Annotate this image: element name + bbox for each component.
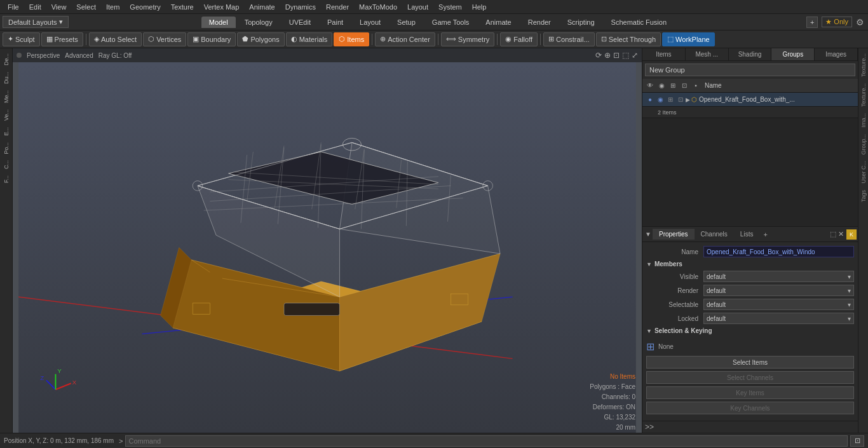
group-chevron-icon[interactable]: ▶ <box>686 97 690 103</box>
tab-uvedit[interactable]: UVEdit <box>281 17 318 28</box>
menu-vertex-map[interactable]: Vertex Map <box>199 2 245 12</box>
select-through-button[interactable]: ⊡ Select Through <box>596 32 661 46</box>
add-layout-btn[interactable]: + <box>806 17 818 28</box>
sidebar-item-me[interactable]: Me... <box>2 88 11 105</box>
auto-select-button[interactable]: ◈ Auto Select <box>89 32 142 46</box>
zoom-icon[interactable]: ⊕ <box>604 51 611 60</box>
group-item-row[interactable]: ● ◉ ⊞ ⊡ ▶ ⬡ Opened_Kraft_Food_Box_with_.… <box>642 93 858 107</box>
vertices-button[interactable]: ⬡ Vertices <box>143 32 186 46</box>
menu-system[interactable]: System <box>433 2 467 12</box>
menu-view[interactable]: View <box>46 2 72 12</box>
menu-item[interactable]: Item <box>101 2 125 12</box>
sidebar-item-c[interactable]: C... <box>2 158 11 172</box>
group-render-icon[interactable]: ◉ <box>655 95 665 105</box>
settings-col-icon[interactable]: ▪ <box>691 81 701 91</box>
render-select[interactable]: default ▾ <box>703 285 854 296</box>
expand-col-icon[interactable]: ⊡ <box>679 81 689 91</box>
menu-texture[interactable]: Texture <box>166 2 199 12</box>
menu-animate[interactable]: Animate <box>244 2 280 12</box>
panel-collapse-icon[interactable]: >> <box>645 423 654 431</box>
menu-select[interactable]: Select <box>71 2 101 12</box>
tab-images[interactable]: Images <box>815 48 858 60</box>
tab-game-tools[interactable]: Game Tools <box>424 17 477 28</box>
tab-shading[interactable]: Shading <box>729 48 772 60</box>
tab-paint[interactable]: Paint <box>320 17 351 28</box>
select-channels-btn[interactable]: Select Channels <box>646 371 854 384</box>
settings-icon[interactable]: ⚙ <box>856 17 864 27</box>
tab-items[interactable]: Items <box>642 48 686 60</box>
boundary-button[interactable]: ▣ Boundary <box>187 32 236 46</box>
props-tab-lists[interactable]: Lists <box>734 229 760 240</box>
edge-tab-tags[interactable]: Tags <box>860 187 867 205</box>
members-section-header[interactable]: ▼ Members <box>642 259 858 269</box>
menu-geometry[interactable]: Geometry <box>125 2 165 12</box>
menu-edit[interactable]: Edit <box>24 2 46 12</box>
sel-keying-header[interactable]: ▼ Selection & Keying <box>642 325 858 336</box>
tab-animate[interactable]: Animate <box>478 17 519 28</box>
props-toggle-icon[interactable]: ▼ <box>642 231 653 238</box>
group-eye-icon[interactable]: ● <box>645 95 655 105</box>
camera-icon[interactable]: ⬚ <box>622 51 629 60</box>
sidebar-item-de[interactable]: De... <box>2 51 11 68</box>
menu-dynamics[interactable]: Dynamics <box>280 2 321 12</box>
tab-groups[interactable]: Groups <box>771 48 815 60</box>
workplane-button[interactable]: ⬚ WorkPlane <box>662 32 715 46</box>
menu-help[interactable]: Help <box>467 2 492 12</box>
props-tab-channels[interactable]: Channels <box>695 229 734 240</box>
sidebar-item-po[interactable]: Po... <box>2 140 11 157</box>
tab-mesh[interactable]: Mesh ... <box>686 48 729 60</box>
eye-icon[interactable]: 👁 <box>645 81 655 91</box>
edge-tab-group[interactable]: Group... <box>860 132 867 158</box>
new-group-button[interactable]: New Group <box>645 64 855 76</box>
tab-layout[interactable]: Layout <box>352 17 388 28</box>
vp-toggle[interactable] <box>17 53 22 58</box>
constraints-button[interactable]: ⊞ Constrail... <box>543 32 595 46</box>
viewport-canvas[interactable]: X Z Y <box>13 62 642 433</box>
render-icon[interactable]: ◉ <box>656 81 667 91</box>
group-expand-icon[interactable]: ⊡ <box>675 95 686 105</box>
edge-tab-ima[interactable]: Ima... <box>860 111 867 130</box>
select-items-btn[interactable]: Select Items <box>646 356 854 369</box>
layout-dropdown[interactable]: Default Layouts ▾ <box>3 16 69 28</box>
tab-render[interactable]: Render <box>520 17 559 28</box>
menu-layout[interactable]: Layout <box>402 2 433 12</box>
action-center-button[interactable]: ⊕ Action Center <box>375 32 435 46</box>
name-input[interactable] <box>703 246 854 257</box>
rotate-icon[interactable]: ⟳ <box>595 51 602 60</box>
add-props-tab-btn[interactable]: + <box>759 229 771 240</box>
group-lock-icon[interactable]: ⊞ <box>665 95 675 105</box>
falloff-button[interactable]: ◉ Falloff <box>500 32 538 46</box>
tab-schematic-fusion[interactable]: Schematic Fusion <box>604 17 674 28</box>
sidebar-item-du[interactable]: Du... <box>2 69 11 86</box>
menu-file[interactable]: File <box>3 2 24 12</box>
expand-icon[interactable]: ⤢ <box>632 51 638 60</box>
cmd-submit-btn[interactable]: ⊡ <box>850 435 864 447</box>
selectable-select[interactable]: default ▾ <box>703 299 854 310</box>
presets-button[interactable]: ▦ Presets <box>41 32 83 46</box>
props-close-icon[interactable]: ✕ <box>838 230 844 238</box>
key-items-btn[interactable]: Key Items <box>646 386 854 399</box>
tab-scripting[interactable]: Scripting <box>560 17 602 28</box>
props-expand-icon[interactable]: ⬚ <box>830 230 836 238</box>
frame-icon[interactable]: ⊡ <box>613 51 620 60</box>
edge-tab-texture2[interactable]: Texture... <box>860 81 867 109</box>
props-tab-properties[interactable]: Properties <box>653 229 695 240</box>
sidebar-item-ve[interactable]: Ve... <box>2 107 11 123</box>
viewport[interactable]: Perspective Advanced Ray GL: Off ⟳ ⊕ ⊡ ⬚… <box>13 48 642 433</box>
tab-model[interactable]: Model <box>201 17 236 28</box>
menu-render[interactable]: Render <box>321 2 354 12</box>
edge-tab-texture1[interactable]: Texture... <box>860 51 867 79</box>
sidebar-item-e[interactable]: E... <box>2 125 11 139</box>
edge-tab-user-c[interactable]: User C... <box>860 158 867 186</box>
sidebar-item-f[interactable]: F... <box>2 173 11 186</box>
visible-select[interactable]: default ▾ <box>703 271 854 282</box>
tab-setup[interactable]: Setup <box>390 17 423 28</box>
items-button[interactable]: ⬡ Items <box>334 32 369 46</box>
tab-topology[interactable]: Topology <box>237 17 280 28</box>
symmetry-button[interactable]: ⟺ Symmetry <box>441 32 495 46</box>
locked-select[interactable]: default ▾ <box>703 313 854 324</box>
menu-maxtomodo[interactable]: MaxToModo <box>354 2 402 12</box>
materials-button[interactable]: ◐ Materials <box>286 32 333 46</box>
star-only-badge[interactable]: ★ Only <box>822 17 852 27</box>
lock-icon[interactable]: ⊞ <box>668 81 678 91</box>
